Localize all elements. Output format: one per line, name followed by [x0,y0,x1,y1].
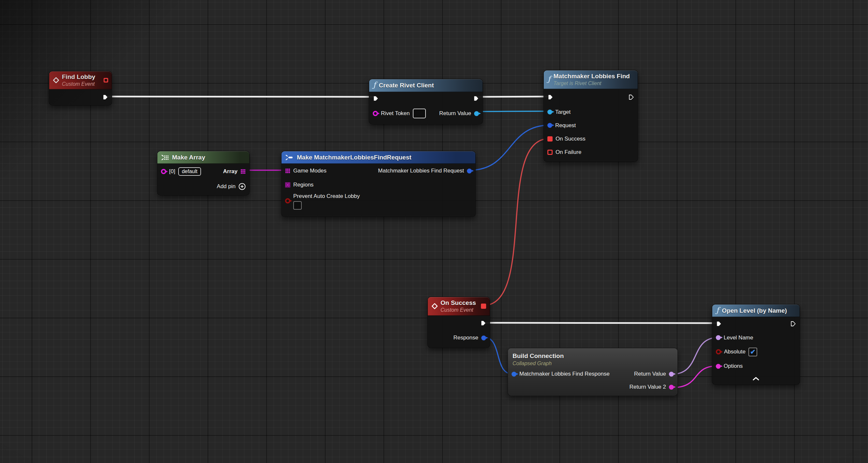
add-pin-icon[interactable] [239,183,246,190]
pin-label: Array [223,168,238,175]
pin-label: Level Name [724,335,753,341]
pin-label: Prevent Auto Create Lobby [293,193,360,200]
pin-row [369,92,483,105]
node-make-matchmakerlobbiesfindrequest[interactable]: Make MatchmakerLobbiesFindRequest Game M… [281,151,476,217]
make-array-icon [161,154,169,161]
pin-label: Matchmaker Lobbies Find Response [519,371,610,377]
pin-row: Return Value 2 [508,380,677,396]
wire-returnvalue-to-target [476,111,549,112]
pin-row [712,317,800,330]
pin-label: Target [555,109,570,115]
node-on-success-custom-event[interactable]: On Success Custom Event Response [428,297,490,348]
exec-in-pin[interactable] [373,95,379,102]
prevent-auto-create-lobby-pin[interactable] [285,198,290,203]
node-find-lobby-custom-event[interactable]: Find Lobby Custom Event [49,71,112,105]
node-header[interactable]: Make MatchmakerLobbiesFindRequest [281,151,475,164]
absolute-pin[interactable] [716,349,721,354]
pin-row: Regions [281,178,475,192]
array-out-pin[interactable] [241,169,246,174]
pin-label: [0] [169,168,175,175]
delegate-pin[interactable] [481,303,486,309]
node-subtitle: Custom Event [62,81,95,87]
node-subtitle: Custom Event [440,307,476,313]
options-pin[interactable] [716,364,721,369]
custom-event-icon [53,77,59,83]
node-header[interactable]: Make Array [157,151,249,164]
pin-label: Game Modes [293,168,327,174]
collapse-chevron-icon[interactable] [752,376,760,381]
exec-in-pin[interactable] [716,321,722,327]
pin-row: Rivet Token Return Value [369,105,483,124]
rivet-token-input[interactable] [413,109,426,118]
function-icon: ƒ [548,75,551,83]
node-header[interactable]: ƒ Open Level (by Name) [712,305,800,317]
exec-out-pin[interactable] [473,95,479,102]
pin-row [49,89,112,105]
node-title: Matchmaker Lobbies Find [554,73,630,80]
prevent-auto-create-lobby-checkbox[interactable] [293,201,302,210]
absolute-checkbox[interactable]: ✔ [748,348,757,356]
pin-label: On Success [556,136,586,142]
pin-row: On Failure [544,145,638,162]
pin-row: Absolute ✔ [712,345,800,359]
wire-returnvalue-to-levelname [671,338,718,374]
regions-pin[interactable] [285,182,290,187]
pin-row: Add pin [157,179,249,195]
checkmark-icon: ✔ [750,349,755,355]
element-0-value-input[interactable]: default [178,167,201,176]
node-title: Open Level (by Name) [722,307,787,315]
return-value-pin[interactable] [474,111,479,116]
wire-exec-findlobby-to-createrivetclient [105,96,375,97]
node-title: On Success [440,299,476,307]
game-modes-pin[interactable] [285,168,290,173]
node-header[interactable]: On Success Custom Event [428,297,490,316]
node-header[interactable]: ƒ Create Rivet Client [369,79,483,92]
exec-out-pin[interactable] [790,321,796,327]
node-subtitle: Collapsed Graph [513,360,673,367]
pin-row: Options [712,359,800,373]
response-pin[interactable] [481,336,486,340]
rivet-token-pin[interactable] [373,111,378,116]
node-matchmaker-lobbies-find[interactable]: ƒ Matchmaker Lobbies Find Target is Rive… [544,70,638,162]
wire-returnvalue2-to-options [671,366,718,388]
pin-label: Return Value [634,371,666,377]
pin-row: Target [544,105,638,119]
pin-label: Rivet Token [381,110,410,117]
exec-out-pin[interactable] [628,94,634,100]
exec-in-pin[interactable] [548,94,553,100]
node-build-connection-collapsed-graph[interactable]: Build Connection Collapsed Graph Matchma… [508,348,678,396]
wire-layer [0,0,868,463]
pin-label: Matchmaker Lobbies Find Request [378,168,464,174]
pin-row: [0] default Array [157,164,249,179]
node-title: Create Rivet Client [379,82,434,89]
node-header[interactable]: Find Lobby Custom Event [49,71,112,89]
target-pin[interactable] [548,110,552,114]
pin-label: Response [453,335,478,341]
find-request-out-pin[interactable] [467,169,472,173]
delegate-pin[interactable] [103,78,108,83]
pin-label: On Failure [556,149,581,155]
pin-row: Prevent Auto Create Lobby [281,192,475,216]
on-success-delegate-pin[interactable] [548,136,553,142]
on-failure-delegate-pin[interactable] [548,150,553,155]
node-open-level-by-name[interactable]: ƒ Open Level (by Name) Level Name Absolu… [712,304,800,385]
exec-out-pin[interactable] [102,94,108,100]
pin-row: Level Name [712,330,800,345]
node-create-rivet-client[interactable]: ƒ Create Rivet Client Rivet Token Return… [369,79,483,124]
make-struct-icon [285,154,294,161]
level-name-pin[interactable] [716,335,721,340]
return-value-pin[interactable] [669,372,674,377]
pin-label: Return Value [439,110,471,117]
element-0-pin[interactable] [161,169,166,174]
node-header[interactable]: ƒ Matchmaker Lobbies Find Target is Rive… [544,70,638,89]
wire-exec-createrivetclient-to-matchmaker [476,96,549,97]
wire-findrequest-to-request [470,125,549,170]
return-value-2-pin[interactable] [669,385,674,389]
node-title: Find Lobby [62,73,95,81]
blueprint-graph-canvas[interactable]: { "app": {"name": "Unreal Engine Bluepri… [0,0,868,463]
exec-out-pin[interactable] [480,320,486,326]
node-header[interactable]: Build Connection Collapsed Graph [508,348,677,368]
find-response-in-pin[interactable] [512,372,517,377]
request-pin[interactable] [548,123,552,128]
node-make-array[interactable]: Make Array [0] default Array Add pin [157,151,250,195]
